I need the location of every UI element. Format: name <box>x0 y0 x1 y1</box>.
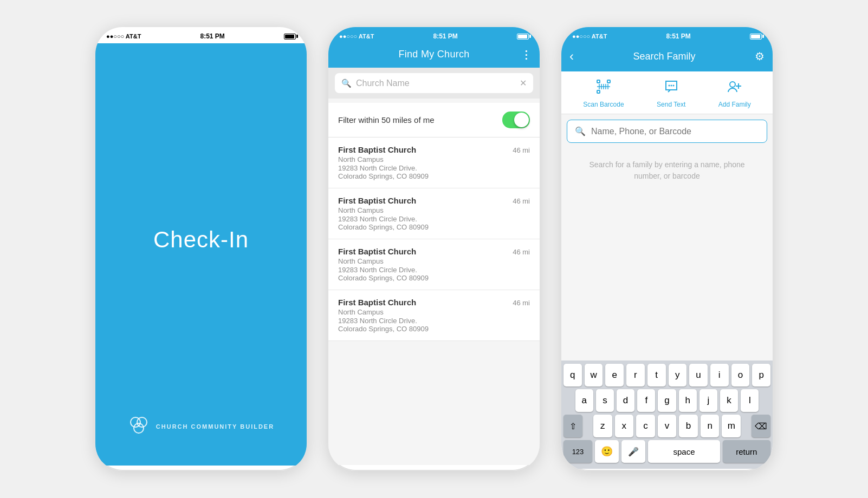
phone-find-church: ●●○○○ AT&T 8:51 PM Find My Church ⋮ 🔍 Ch… <box>328 27 540 471</box>
church-item-3[interactable]: First Baptist Church North Campus 19283 … <box>328 290 540 341</box>
church-address2-2: Colorado Springs, CO 80909 <box>338 274 504 282</box>
add-family-label: Add Family <box>718 101 751 108</box>
keyboard-row-1: q w e r t y u i o p <box>563 364 770 386</box>
keyboard-row-4: 123 🙂 🎤 space return <box>563 440 770 463</box>
church-campus-3: North Campus <box>338 308 504 316</box>
find-church-header: Find My Church ⋮ <box>328 43 540 68</box>
church-name-1: First Baptist Church <box>338 196 504 205</box>
emoji-key[interactable]: 🙂 <box>595 440 619 463</box>
keyboard-row-2: a s d f g h j k l <box>563 389 770 412</box>
mic-key[interactable]: 🎤 <box>621 440 645 463</box>
key-q[interactable]: q <box>563 364 582 386</box>
key-l[interactable]: l <box>741 389 759 412</box>
church-name-label: CHURCH COMMUNITY BUILDER <box>156 423 274 430</box>
search-family-title: Search Family <box>633 51 695 62</box>
church-distance-2: 46 mi <box>513 248 530 256</box>
key-e[interactable]: e <box>605 364 624 386</box>
church-distance-1: 46 mi <box>513 197 530 205</box>
battery-area-2 <box>517 34 529 40</box>
church-campus-1: North Campus <box>338 206 504 214</box>
church-address1-0: 19283 North Circle Drive. <box>338 164 504 172</box>
key-m[interactable]: m <box>722 415 741 437</box>
svg-point-2 <box>134 423 144 433</box>
key-c[interactable]: c <box>636 415 655 437</box>
key-s[interactable]: s <box>596 389 614 412</box>
key-u[interactable]: u <box>689 364 708 386</box>
key-w[interactable]: w <box>585 364 603 386</box>
name-search-container[interactable]: 🔍 <box>567 120 767 143</box>
church-name-0: First Baptist Church <box>338 145 504 154</box>
status-bar-1: ●●○○○ AT&T 8:51 PM <box>95 27 307 43</box>
action-row: Scan Barcode Send Text <box>561 71 773 114</box>
send-text-icon <box>664 79 679 98</box>
return-key[interactable]: return <box>723 440 770 463</box>
space-key[interactable]: space <box>648 440 720 463</box>
time-3: 8:51 PM <box>666 32 691 40</box>
church-logo-area: CHURCH COMMUNITY BUILDER <box>128 415 274 438</box>
carrier-2: ●●○○○ AT&T <box>339 33 374 40</box>
battery-area-1 <box>284 34 296 40</box>
time-2: 8:51 PM <box>433 32 458 40</box>
search-bar-container: 🔍 Church Name ✕ <box>328 68 540 99</box>
church-search-bar[interactable]: 🔍 Church Name ✕ <box>335 73 533 93</box>
add-family-action[interactable]: Add Family <box>718 79 751 108</box>
church-item-0[interactable]: First Baptist Church North Campus 19283 … <box>328 137 540 188</box>
svg-point-13 <box>670 85 672 87</box>
add-family-icon <box>727 79 742 98</box>
phone-checkin: ●●○○○ AT&T 8:51 PM Check-In CHURCH COMMU… <box>95 27 307 471</box>
send-text-action[interactable]: Send Text <box>657 79 685 108</box>
clear-icon[interactable]: ✕ <box>520 78 527 88</box>
key-n[interactable]: n <box>701 415 720 437</box>
key-g[interactable]: g <box>658 389 676 412</box>
key-r[interactable]: r <box>626 364 645 386</box>
key-a[interactable]: a <box>575 389 593 412</box>
settings-icon[interactable]: ⚙ <box>755 50 765 63</box>
church-list: First Baptist Church North Campus 19283 … <box>328 137 540 341</box>
keyboard-row-3: ⇧ z x c v b n m ⌫ <box>563 415 770 437</box>
key-k[interactable]: k <box>720 389 738 412</box>
church-item-1[interactable]: First Baptist Church North Campus 19283 … <box>328 188 540 239</box>
church-item-2[interactable]: First Baptist Church North Campus 19283 … <box>328 239 540 290</box>
battery-area-3 <box>750 34 762 40</box>
status-bar-3: ●●○○○ AT&T 8:51 PM <box>561 27 773 43</box>
church-address2-0: Colorado Springs, CO 80909 <box>338 172 504 180</box>
key-b[interactable]: b <box>679 415 698 437</box>
num-key[interactable]: 123 <box>563 440 592 463</box>
shift-key[interactable]: ⇧ <box>563 415 582 437</box>
battery-icon-3 <box>750 34 762 40</box>
church-name-2: First Baptist Church <box>338 247 504 256</box>
backspace-key[interactable]: ⌫ <box>752 415 770 437</box>
search-icon: 🔍 <box>341 78 352 88</box>
scan-barcode-action[interactable]: Scan Barcode <box>583 79 624 108</box>
church-info-0: First Baptist Church North Campus 19283 … <box>338 145 504 180</box>
church-info-1: First Baptist Church North Campus 19283 … <box>338 196 504 231</box>
key-o[interactable]: o <box>731 364 750 386</box>
key-t[interactable]: t <box>647 364 666 386</box>
church-campus-0: North Campus <box>338 155 504 163</box>
key-i[interactable]: i <box>710 364 729 386</box>
church-info-3: First Baptist Church North Campus 19283 … <box>338 298 504 333</box>
key-x[interactable]: x <box>615 415 634 437</box>
key-v[interactable]: v <box>658 415 677 437</box>
key-y[interactable]: y <box>669 364 687 386</box>
scan-barcode-label: Scan Barcode <box>583 101 624 108</box>
key-f[interactable]: f <box>637 389 655 412</box>
back-button[interactable]: ‹ <box>569 49 574 64</box>
name-search-icon: 🔍 <box>575 126 586 136</box>
time-1: 8:51 PM <box>200 32 225 40</box>
keyboard: q w e r t y u i o p a s d f g <box>561 361 773 469</box>
name-search-input[interactable] <box>591 127 759 136</box>
status-bar-2: ●●○○○ AT&T 8:51 PM <box>328 27 540 43</box>
find-church-title: Find My Church <box>398 49 469 60</box>
key-j[interactable]: j <box>699 389 717 412</box>
filter-toggle[interactable] <box>502 112 530 128</box>
more-menu-icon[interactable]: ⋮ <box>521 48 532 61</box>
key-z[interactable]: z <box>593 415 612 437</box>
svg-point-14 <box>672 85 674 87</box>
svg-point-1 <box>137 417 147 427</box>
key-p[interactable]: p <box>752 364 770 386</box>
key-h[interactable]: h <box>679 389 697 412</box>
key-d[interactable]: d <box>617 389 634 412</box>
search-family-header: ‹ Search Family ⚙ <box>561 43 773 71</box>
church-address1-1: 19283 North Circle Drive. <box>338 215 504 223</box>
